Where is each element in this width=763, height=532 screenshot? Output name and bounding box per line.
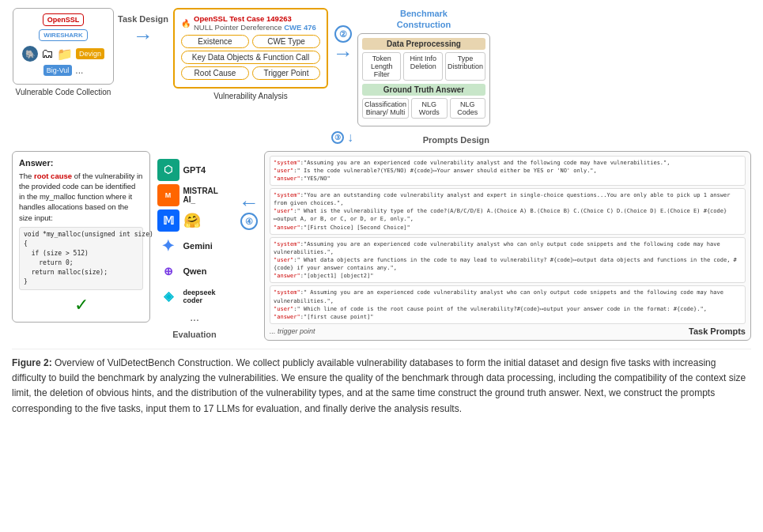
bc-cell-nlgcodes: NLG Codes [450, 98, 485, 119]
file-logo: 📁 [57, 47, 73, 62]
va-tag-keydata: Key Data Objects & Function Call [181, 51, 320, 64]
answer-box: Answer: The root cause of the vulnerabil… [12, 151, 150, 323]
cwe-badge: CWE 476 [284, 23, 316, 32]
tp-trigger-text: ... trigger point [270, 327, 315, 335]
meta-icon: 𝕄 [157, 209, 179, 232]
tp-key-ans-1: "answer" [274, 175, 300, 182]
va-label: Vulnerability Analysis [213, 92, 288, 100]
right-arrow-1: → [133, 25, 153, 46]
deepseek-label: deepseek coder [183, 289, 232, 304]
bc-cell-classification: Classification Binary/ Multi [362, 98, 409, 119]
gpt4-icon: ⬡ [157, 159, 179, 181]
tp-block-4: "system":" Assuming you are an experienc… [270, 285, 746, 324]
bottom-diagram: Answer: The root cause of the vulnerabil… [12, 151, 751, 341]
tp-key-4: "system" [274, 289, 300, 296]
va-case-title: OpenSSL Test Case 149263NULL Pointer Der… [194, 14, 316, 32]
more-llms: ... [190, 311, 199, 323]
tp-footer: ... trigger point Task Prompts [270, 326, 746, 336]
circle-num-3: ③ [331, 131, 344, 144]
bc-cell-tokenlength: Token Length Filter [362, 52, 401, 81]
left-arrow: ← [239, 194, 259, 211]
fig-label: Figure 2: [12, 357, 52, 368]
task-design-section: Task Design → [118, 8, 168, 46]
tp-key-1: "system" [274, 160, 300, 166]
task-design-label: Task Design [118, 14, 168, 24]
answer-checkmark: ✓ [19, 295, 143, 315]
tp-key-user-2: "user" [274, 208, 293, 214]
gemini-label: Gemini [183, 241, 213, 251]
more-logos: ... [75, 65, 83, 76]
va-tag-existence: Existence [181, 35, 249, 48]
answer-title: Answer: [19, 158, 143, 168]
bc-column: BenchmarkConstruction Data Preprocessing… [357, 8, 491, 145]
answer-text-pre: The [19, 172, 34, 180]
bc-cell-typedist: Type Distribution [445, 52, 485, 81]
circle-num-4: ④ [240, 213, 258, 230]
bigvul-logo: Big-Vul [43, 65, 73, 76]
llm-mistral: M MISTRALAI_ [157, 184, 232, 206]
answer-code-block: void *my_malloc(unsigned int size) { if … [19, 227, 143, 290]
answer-text: The root cause of the vulnerability in t… [19, 171, 143, 223]
postgres-logo: 🐘 [22, 46, 38, 62]
va-tag-trigger: Trigger Point [252, 66, 320, 80]
qwen-icon: ⊕ [157, 260, 179, 282]
tp-key-user-4: "user" [274, 306, 293, 312]
bc-data-prep-title: Data Preprocessing [362, 38, 485, 50]
devign-logo: Devign [76, 48, 104, 59]
mistral-label: MISTRALAI_ [183, 187, 218, 204]
openssl-logo: OpenSSL [43, 13, 85, 26]
va-tag-rootcause: Root Cause [181, 66, 249, 80]
gemini-icon: ✦ [157, 235, 179, 257]
vcc-logos: OpenSSL WIRESHARK 🐘 🗂 📁 Devign Big-Vul .… [20, 13, 107, 76]
meta-icon2: 🤗 [183, 212, 201, 229]
llm-gpt4: ⬡ GPT4 [157, 159, 232, 181]
llm-deepseek: ◈ deepseek coder [157, 285, 232, 308]
va-row-1: Existence CWE Type [181, 35, 320, 48]
mistral-icon: M [157, 184, 179, 206]
arrow-circle-4-section: ← ④ [239, 151, 259, 231]
va-title: 🔥 OpenSSL Test Case 149263NULL Pointer D… [181, 14, 320, 32]
tp-block-3: "system":"Assuming you are an experience… [270, 237, 746, 284]
tp-block-2: "system":"You are an outstanding code vu… [270, 188, 746, 235]
tp-key-ans-4: "answer" [274, 314, 300, 320]
llms-column: ⬡ GPT4 M MISTRALAI_ 𝕄 🤗 ✦ Gemini ⊕ Qwen … [155, 151, 234, 339]
top-diagram: OpenSSL WIRESHARK 🐘 🗂 📁 Devign Big-Vul .… [12, 8, 751, 145]
va-box: 🔥 OpenSSL Test Case 149263NULL Pointer D… [173, 8, 328, 89]
tp-key-user-3: "user" [274, 257, 293, 263]
qwen-label: Qwen [183, 266, 207, 276]
tp-key-ans-2: "answer" [274, 224, 300, 231]
va-tag-cwetype: CWE Type [252, 35, 320, 48]
tp-key-2: "system" [274, 192, 300, 198]
bc-dp-row: Token Length Filter Hint Info Deletion T… [362, 52, 485, 81]
bc-gt-title: Ground Truth Answer [362, 84, 485, 96]
down-arrow: ↓ [347, 130, 353, 145]
folder-logo: 🗂 [41, 47, 54, 61]
answer-highlight: root cause [34, 172, 72, 180]
bc-title: BenchmarkConstruction [397, 8, 451, 31]
bc-cell-nlgwords: NLG Words [411, 98, 447, 119]
vcc-label: Vulnerable Code Collection [16, 88, 111, 96]
llm-meta: 𝕄 🤗 [157, 209, 232, 232]
right-arrow-2: → [333, 45, 353, 62]
caption-text: Overview of VulDetectBench Construction.… [12, 357, 746, 414]
vcc-column: OpenSSL WIRESHARK 🐘 🗂 📁 Devign Big-Vul .… [12, 8, 115, 96]
prompts-design-label: Prompts Design [357, 135, 489, 145]
llm-gemini: ✦ Gemini [157, 235, 232, 257]
bc-inner-box: Data Preprocessing Token Length Filter H… [357, 33, 490, 126]
wireshark-logo: WIRESHARK [39, 29, 87, 41]
va-row-2: Key Data Objects & Function Call [181, 51, 320, 64]
va-row-3: Root Cause Trigger Point [181, 66, 320, 80]
tp-key-user-1: "user" [274, 168, 293, 174]
prompts-design-section: ③ ↓ Prompts Design [331, 130, 491, 145]
deepseek-icon: ◈ [157, 285, 179, 308]
tp-key-3: "system" [274, 241, 300, 247]
llm-qwen: ⊕ Qwen [157, 260, 232, 282]
bc-cell-hintinfo: Hint Info Deletion [403, 52, 442, 81]
evaluation-label: Evaluation [172, 330, 217, 339]
fire-icon: 🔥 [181, 19, 191, 28]
task-prompts-area: "system":"Assuming you are an experience… [264, 151, 751, 341]
figure-caption: Figure 2: Overview of VulDetectBench Con… [12, 349, 751, 417]
circle-num-2: ② [334, 25, 352, 43]
tp-block-1: "system":"Assuming you are an experience… [270, 156, 746, 186]
gpt4-label: GPT4 [183, 165, 206, 175]
